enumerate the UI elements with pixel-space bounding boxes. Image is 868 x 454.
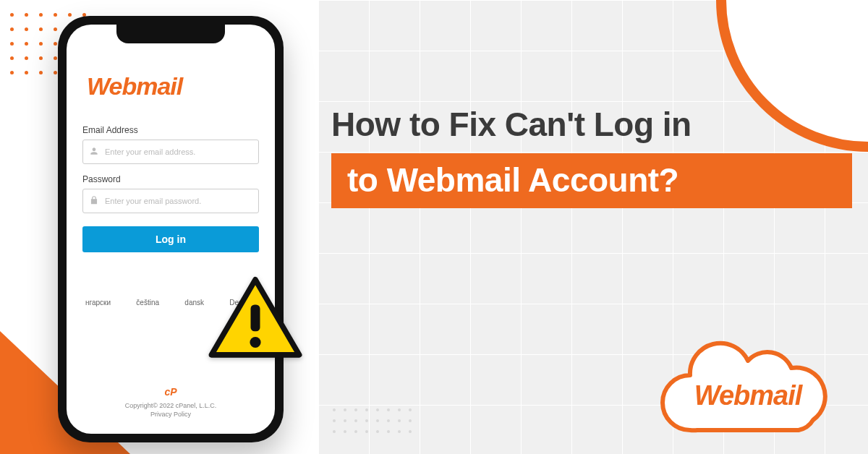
password-placeholder: Enter your email password. [105, 197, 252, 205]
password-label: Password [82, 174, 259, 184]
decoration-dots-bottom [333, 408, 412, 434]
phone-frame: Webmail Email Address Enter your email a… [58, 16, 284, 442]
headline: How to Fix Can't Log in to Webmail Accou… [331, 107, 839, 208]
lock-icon [89, 195, 99, 207]
phone-notch [116, 25, 225, 43]
svg-point-1 [250, 337, 260, 348]
copyright-text: Copyright© 2022 cPanel, L.L.C. [125, 402, 217, 409]
cloud-webmail-logo: Webmail [694, 380, 802, 411]
language-option[interactable]: нгарски [85, 299, 111, 307]
email-label: Email Address [82, 125, 259, 135]
warning-icon [208, 276, 302, 361]
headline-line-2: to Webmail Account? [347, 161, 678, 199]
login-button[interactable]: Log in [82, 226, 259, 252]
user-icon [89, 146, 99, 158]
login-footer: cP Copyright© 2022 cPanel, L.L.C. Privac… [125, 385, 217, 422]
svg-rect-0 [251, 305, 260, 332]
login-form: Email Address Enter your email address. … [82, 121, 259, 252]
webmail-logo: Webmail [87, 72, 182, 100]
language-option[interactable]: dansk [184, 299, 204, 307]
language-option[interactable]: čeština [136, 299, 159, 307]
cloud-badge: Webmail [639, 322, 856, 448]
login-button-label: Log in [156, 234, 186, 245]
email-field[interactable]: Enter your email address. [82, 140, 259, 164]
cpanel-logo: cP [125, 385, 217, 400]
headline-highlight-bar: to Webmail Account? [331, 153, 852, 208]
headline-line-1: How to Fix Can't Log in [331, 107, 839, 142]
phone-screen: Webmail Email Address Enter your email a… [67, 25, 275, 434]
password-field[interactable]: Enter your email password. [82, 189, 259, 213]
privacy-link[interactable]: Privacy Policy [150, 411, 191, 418]
email-placeholder: Enter your email address. [105, 147, 252, 156]
